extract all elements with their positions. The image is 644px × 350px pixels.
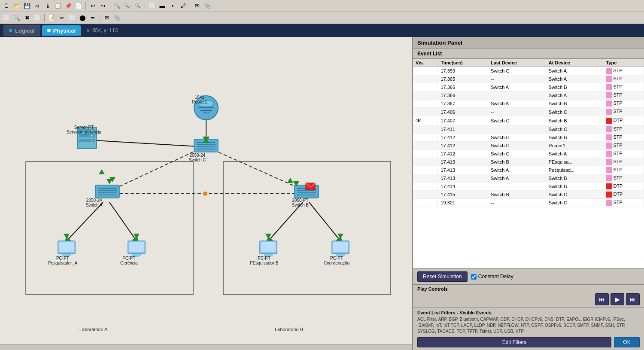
table-row[interactable]: 17.406--Switch CSTP xyxy=(413,108,644,116)
table-row[interactable]: 17.366Switch ASwitch BSTP xyxy=(413,83,644,91)
svg-rect-32 xyxy=(95,185,119,198)
cell-time: 17.367 xyxy=(438,100,488,108)
type-badge xyxy=(606,183,612,189)
svg-line-11 xyxy=(67,202,103,241)
type-badge xyxy=(606,151,612,157)
canvas-scrollbar[interactable] xyxy=(0,344,412,350)
cell-at-device: Switch A xyxy=(546,91,603,100)
table-row[interactable]: 17.413Switch APesquisad...STP xyxy=(413,166,644,174)
table-row[interactable]: 17.413Switch ASwitch BSTP xyxy=(413,174,644,183)
lab-a-label: Laboratório A xyxy=(79,327,107,332)
table-row[interactable]: 17.366--Switch ASTP xyxy=(413,91,644,100)
doc-icon[interactable]: 📄 xyxy=(74,1,83,11)
cell-vis: 👁 xyxy=(413,116,438,125)
event-filters-section: Event List Filters - Visible Events ACL … xyxy=(413,307,644,350)
draw-icon[interactable]: ✏ xyxy=(57,13,67,23)
cell-last-device: Switch B xyxy=(488,158,546,166)
select-icon[interactable]: ⬜ xyxy=(2,13,11,23)
cell-last-device: Switch C xyxy=(488,67,546,75)
eye-icon[interactable]: 👁 xyxy=(416,117,422,124)
table-row[interactable]: 👁17.407Switch CSwitch BDTP xyxy=(413,116,644,125)
cell-type: STP xyxy=(603,166,644,174)
server-label: Server-PT Servidor_gerencia xyxy=(67,125,101,134)
mail-icon[interactable]: ✉ xyxy=(192,1,202,11)
search-tool-icon[interactable]: 🔍 xyxy=(12,13,21,23)
cell-vis xyxy=(413,108,438,116)
table-row[interactable]: 17.411--Switch CSTP xyxy=(413,125,644,133)
play-button[interactable]: ▶ xyxy=(611,293,624,305)
oval-icon[interactable]: ⬤ xyxy=(78,13,87,23)
box2-icon[interactable]: ▪ xyxy=(168,1,177,11)
cell-time: 17.366 xyxy=(438,91,488,100)
col-type: Type xyxy=(603,59,644,67)
network-canvas[interactable]: 1841 Router1 2950-24 Switch C Server-PT … xyxy=(0,37,412,350)
note-icon[interactable]: 🖊 xyxy=(178,1,188,11)
svg-line-8 xyxy=(213,150,305,191)
svg-line-13 xyxy=(268,202,303,241)
constant-delay-label: Constant Delay xyxy=(471,274,513,280)
delete-icon[interactable]: ✖ xyxy=(22,13,32,23)
paste-icon[interactable]: 📌 xyxy=(64,1,73,11)
zoom-in-icon[interactable]: 🔍 xyxy=(112,1,122,11)
table-row[interactable]: 19.301--Switch CSTP xyxy=(413,199,644,207)
cell-type: STP xyxy=(603,91,644,100)
table-row[interactable]: 17.415Switch BSwitch CDTP xyxy=(413,191,644,199)
cell-at-device: Router1 xyxy=(546,141,603,149)
pdu2-icon[interactable]: 📎 xyxy=(112,13,122,23)
cell-type: STP xyxy=(603,125,644,133)
event-table-container[interactable]: Vis. Time(sec) Last Device At Device Typ… xyxy=(413,59,644,268)
redo-icon[interactable]: ↪ xyxy=(98,1,108,11)
note2-icon[interactable]: 📝 xyxy=(47,13,56,23)
cell-at-device: Switch C xyxy=(546,108,603,116)
cell-time: 17.414 xyxy=(438,183,488,191)
cell-time: 17.366 xyxy=(438,83,488,91)
router-label: 1841 Router1 xyxy=(192,95,207,104)
svg-marker-62 xyxy=(287,178,293,183)
cell-type: STP xyxy=(603,83,644,91)
zoom-out-icon[interactable]: 🔍- xyxy=(123,1,132,11)
confirm-button[interactable]: OK xyxy=(614,337,640,347)
attach-icon[interactable]: 📎 xyxy=(203,1,212,11)
edit-filters-button[interactable]: Edit Filters xyxy=(417,337,611,347)
rewind-button[interactable]: ⏮ xyxy=(595,293,609,305)
cell-time: 17.413 xyxy=(438,174,488,183)
inspect-icon[interactable]: ⬜ xyxy=(33,13,42,23)
info-icon[interactable]: ℹ xyxy=(43,1,52,11)
table-row[interactable]: 17.412Switch CRouter1STP xyxy=(413,141,644,149)
constant-delay-checkbox[interactable] xyxy=(471,274,477,280)
save-icon[interactable]: 💾 xyxy=(22,1,32,11)
table-row[interactable]: 17.365--Switch ASTP xyxy=(413,75,644,83)
reset-simulation-button[interactable]: Reset Simulation xyxy=(417,271,468,282)
box-icon[interactable]: ▬ xyxy=(158,1,167,11)
print-icon[interactable]: 🖨 xyxy=(33,1,42,11)
undo-icon[interactable]: ↩ xyxy=(88,1,97,11)
svg-line-7 xyxy=(109,149,198,192)
table-row[interactable]: 17.413Switch BPEsquisa...STP xyxy=(413,158,644,166)
shape-icon[interactable]: ⬜ xyxy=(67,13,77,23)
simulation-panel-title: Simulation Panel xyxy=(413,37,644,49)
cell-last-device: -- xyxy=(488,108,546,116)
cell-type: STP xyxy=(603,108,644,116)
table-row[interactable]: 17.359Switch CSwitch ASTP xyxy=(413,67,644,75)
fast-forward-button[interactable]: ⏭ xyxy=(626,293,640,305)
copy-icon[interactable]: 📋 xyxy=(53,1,63,11)
table-row[interactable]: 17.412Switch CSwitch ASTP xyxy=(413,149,644,158)
tab-logical[interactable]: Logical xyxy=(3,25,40,36)
table-row[interactable]: 17.412Switch CSwitch BSTP xyxy=(413,133,644,141)
rect-icon[interactable]: ⬜ xyxy=(147,1,157,11)
switch-a-label: 2050-24 Switch A xyxy=(86,198,102,207)
main-content: 1841 Router1 2950-24 Switch C Server-PT … xyxy=(0,37,644,350)
table-row[interactable]: 17.414--Switch BDTP xyxy=(413,183,644,191)
open-icon[interactable]: 📂 xyxy=(12,1,21,11)
type-badge xyxy=(606,84,612,90)
new-icon[interactable]: 🗒 xyxy=(2,1,11,11)
pdu-icon[interactable]: ✉ xyxy=(102,13,112,23)
cell-last-device: -- xyxy=(488,199,546,207)
tab-physical[interactable]: Physical xyxy=(42,25,81,36)
pen-icon[interactable]: ✒ xyxy=(88,13,97,23)
cell-time: 17.415 xyxy=(438,191,488,199)
event-filters-title: Event List Filters - Visible Events xyxy=(417,310,640,315)
zoom-fit-icon[interactable]: 🔍 xyxy=(133,1,143,11)
cell-at-device: Switch B xyxy=(546,100,603,108)
table-row[interactable]: 17.367Switch ASwitch BSTP xyxy=(413,100,644,108)
